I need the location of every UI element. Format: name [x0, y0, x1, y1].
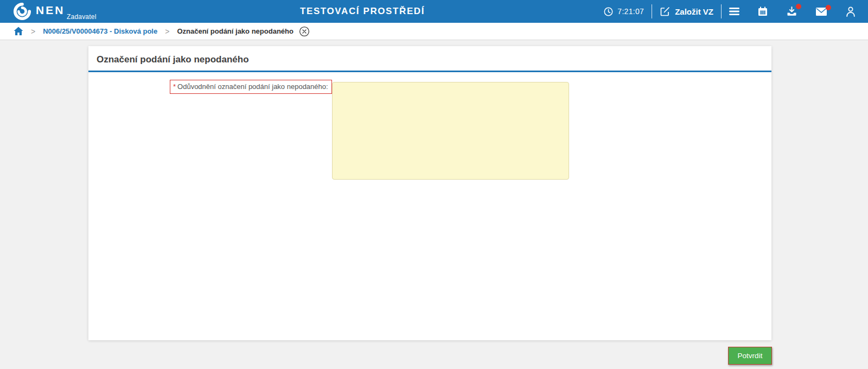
- session-time: 7:21:07: [617, 7, 644, 16]
- breadcrumb: > N006/25/V00004673 - Disková pole > Ozn…: [0, 23, 868, 40]
- breadcrumb-separator: >: [165, 27, 169, 36]
- notification-badge: [826, 5, 831, 10]
- panel-title: Označení podání jako nepodaného: [97, 54, 249, 65]
- brand-role: Zadavatel: [67, 13, 97, 21]
- header-controls: 7:21:07 Založit VZ: [603, 0, 856, 23]
- confirm-button[interactable]: Potvrdit: [728, 347, 772, 365]
- required-asterisk: *: [173, 82, 176, 91]
- reason-textarea[interactable]: [332, 82, 569, 180]
- header-divider: [652, 4, 652, 18]
- user-icon[interactable]: [845, 6, 856, 17]
- edit-square-icon: [660, 6, 671, 17]
- reason-label-text: Odůvodnění označení podání jako nepodané…: [177, 82, 328, 91]
- app-header: NEN Zadavatel TESTOVACÍ PROSTŘEDÍ 7:21:0…: [0, 0, 868, 23]
- environment-title: TESTOVACÍ PROSTŘEDÍ: [300, 6, 425, 17]
- session-timer: 7:21:07: [603, 0, 644, 23]
- create-vz-button[interactable]: Založit VZ: [660, 6, 713, 17]
- download-tray-icon[interactable]: [786, 6, 797, 17]
- close-circle-icon[interactable]: [299, 26, 310, 37]
- menu-icon[interactable]: [729, 7, 739, 16]
- breadcrumb-current: Označení podání jako nepodaného: [177, 27, 293, 35]
- breadcrumb-separator: >: [31, 27, 35, 36]
- mail-icon[interactable]: [815, 7, 827, 16]
- create-vz-label: Založit VZ: [675, 7, 713, 16]
- reason-field-label: *Odůvodnění označení podání jako nepodan…: [170, 80, 332, 94]
- form-panel: Označení podání jako nepodaného *Odůvodn…: [88, 46, 771, 340]
- calendar-icon[interactable]: [757, 6, 768, 17]
- header-divider: [721, 4, 722, 18]
- panel-header: Označení podání jako nepodaného: [88, 46, 771, 72]
- brand-name: NEN: [36, 4, 65, 17]
- nen-logo-icon: [13, 2, 31, 21]
- notification-badge: [796, 4, 801, 9]
- breadcrumb-link-procurement[interactable]: N006/25/V00004673 - Disková pole: [43, 27, 157, 35]
- clock-icon: [603, 7, 614, 17]
- home-icon[interactable]: [14, 27, 23, 36]
